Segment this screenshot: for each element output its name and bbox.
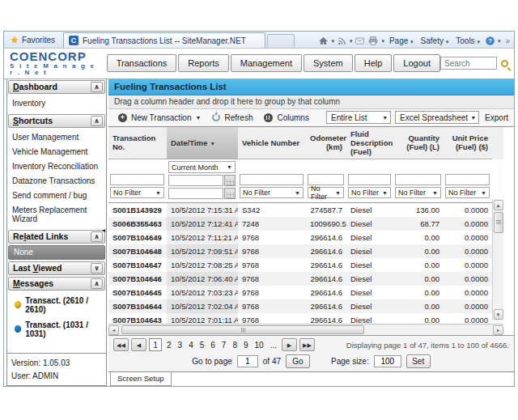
table-row[interactable]: S001B143929 10/5/2012 7:15:31 AM S342 27… <box>108 203 492 217</box>
page-size-input[interactable] <box>374 355 401 367</box>
table-row[interactable]: S007B104648 10/5/2012 7:09:51 AM 9768 29… <box>108 244 492 258</box>
filter-input-transaction-no[interactable] <box>110 174 164 185</box>
sidebar-header-messages[interactable]: Messages ∧ <box>8 277 105 291</box>
filter-input-vehicle-number[interactable] <box>240 174 304 185</box>
page-link[interactable]: 3 <box>176 340 185 350</box>
chevron-up-icon[interactable]: ∧ <box>91 278 103 289</box>
filter-input-unit-price[interactable] <box>445 174 490 185</box>
home-dropdown-icon[interactable]: ▾ <box>331 38 334 45</box>
tools-menu[interactable]: Tools ▾ <box>453 36 482 45</box>
page-link[interactable]: 8 <box>230 340 240 350</box>
print-icon[interactable] <box>367 36 379 46</box>
horizontal-scrollbar[interactable]: ◂ ▸ <box>108 324 503 335</box>
last-page-button[interactable]: ▶▶ <box>299 338 315 351</box>
message-item[interactable]: Transact. (2610 / 2610) <box>7 293 106 317</box>
page-link[interactable]: 5 <box>197 340 207 350</box>
column-header-date-time[interactable]: Date/Time▼ <box>167 127 238 159</box>
table-row[interactable]: S007B104643 10/5/2012 7:01:11 AM 9768 29… <box>108 313 492 324</box>
group-by-dropzone[interactable]: Drag a column header and drop it here to… <box>108 95 514 109</box>
next-page-button[interactable]: ▶ <box>282 338 297 351</box>
filter-select-unit-price[interactable]: No Filter▼ <box>445 187 490 198</box>
column-header-vehicle-number[interactable]: Vehicle Number <box>238 127 306 159</box>
sidebar-item-inventory[interactable]: Inventory <box>7 96 106 111</box>
set-button[interactable]: Set <box>406 354 431 368</box>
sidebar-shortcut-item[interactable]: Send comment / bug <box>7 189 106 203</box>
chevron-up-icon[interactable]: ∧ <box>91 231 103 242</box>
sidebar-header-dashboard[interactable]: Dashboard ∧ <box>8 80 105 94</box>
table-row[interactable]: S007B104644 10/5/2012 7:02:04 AM 9768 29… <box>108 299 492 313</box>
go-button[interactable]: Go <box>286 354 310 368</box>
menu-item[interactable]: System <box>304 54 353 72</box>
export-scope-select[interactable]: Entire List ▼ <box>326 111 391 124</box>
chevron-up-icon[interactable]: ∧ <box>91 116 103 126</box>
menu-item[interactable]: Reports <box>178 54 229 72</box>
date-preset-select[interactable]: Current Month▼ <box>168 161 236 173</box>
export-button[interactable]: Export <box>483 113 510 122</box>
table-row[interactable]: S006B355463 10/5/2012 7:12:41 AM 7248 10… <box>108 217 492 231</box>
related-links-none-item[interactable]: None <box>8 245 105 260</box>
horizontal-scroll-thumb[interactable] <box>121 325 364 334</box>
scroll-left-icon[interactable]: ◂ <box>108 325 119 335</box>
first-page-button[interactable]: ◀◀ <box>113 338 129 351</box>
goto-page-input[interactable] <box>237 355 258 367</box>
transaction-link[interactable]: S007B104644 <box>108 299 167 313</box>
transaction-link[interactable]: S007B104648 <box>108 244 167 258</box>
page-link[interactable]: ... <box>268 340 279 350</box>
menu-item[interactable]: Transactions <box>107 54 177 72</box>
chevron-up-icon[interactable]: ∧ <box>91 82 103 92</box>
toolbar-overflow-icon[interactable]: » <box>503 36 510 45</box>
scroll-right-icon[interactable]: ▸ <box>493 325 503 335</box>
transaction-link[interactable]: S007B104647 <box>108 258 167 272</box>
chevron-down-icon[interactable]: ∨ <box>91 263 103 274</box>
sidebar-collapse-icon[interactable]: ◂ <box>102 227 105 234</box>
read-mail-icon[interactable] <box>355 36 365 46</box>
browser-tab[interactable]: C Fueling Transactions List -- SiteManag… <box>63 32 265 48</box>
vertical-scrollbar[interactable]: ▲ ▼ <box>492 199 503 320</box>
filter-select-vehicle-number[interactable]: No Filter▼ <box>240 187 304 198</box>
column-header-unit-price[interactable]: Unit Price (Fuel) ($) <box>444 127 492 159</box>
page-link[interactable]: 2 <box>164 340 174 350</box>
sidebar-header-related-links[interactable]: Related Links ∧ <box>8 230 105 244</box>
calendar-icon[interactable] <box>224 175 236 186</box>
date-from-input[interactable] <box>168 175 223 186</box>
help-icon[interactable]: ? <box>485 36 495 46</box>
columns-button[interactable]: Columns <box>258 113 314 122</box>
sidebar-shortcut-item[interactable]: User Management <box>7 130 106 145</box>
filter-input-odometer[interactable] <box>308 174 344 185</box>
feed-dropdown-icon[interactable]: ▾ <box>350 38 353 45</box>
column-header-odometer[interactable]: Odometer (km) <box>306 127 346 159</box>
sidebar-header-last-viewed[interactable]: Last Viewed ∨ <box>8 261 105 275</box>
menu-item[interactable]: Logout <box>393 54 440 72</box>
table-row[interactable]: S007B104646 10/5/2012 7:06:40 AM 9768 29… <box>108 272 492 286</box>
page-menu[interactable]: Page ▾ <box>387 36 416 45</box>
feed-icon[interactable] <box>337 36 347 46</box>
table-row[interactable]: S007B104645 10/5/2012 7:03:23 AM 9768 29… <box>108 286 492 299</box>
filter-select-quantity[interactable]: No Filter▼ <box>395 187 441 198</box>
favorites-button[interactable]: ★ Favorites <box>4 35 63 48</box>
menu-item[interactable]: Management <box>231 54 302 72</box>
table-row[interactable]: S007B104649 10/5/2012 7:11:21 AM 9768 29… <box>108 231 492 244</box>
page-link[interactable]: 7 <box>219 340 229 350</box>
filter-select-odometer[interactable]: No Filter▼ <box>308 187 344 198</box>
refresh-button[interactable]: Refresh <box>206 113 258 122</box>
search-input[interactable] <box>440 57 497 70</box>
help-dropdown-icon[interactable]: ▾ <box>498 38 501 45</box>
page-link[interactable]: 6 <box>208 340 218 350</box>
transaction-link[interactable]: S001B143929 <box>108 203 167 217</box>
column-header-quantity[interactable]: Quantity (Fuel) (L) <box>393 127 444 159</box>
page-link[interactable]: 4 <box>186 340 196 350</box>
prev-page-button[interactable]: ◀ <box>131 338 146 351</box>
column-header-transaction-no[interactable]: Transaction No. <box>108 127 167 159</box>
table-row[interactable]: S007B104647 10/5/2012 7:08:25 AM 9768 29… <box>108 258 492 272</box>
filter-select-fluid[interactable]: No Filter▼ <box>348 187 391 198</box>
transaction-link[interactable]: S007B104646 <box>108 272 167 286</box>
tab-screen-setup[interactable]: Screen Setup <box>110 372 172 386</box>
search-icon[interactable] <box>501 60 508 67</box>
sidebar-shortcut-item[interactable]: Datazone Transactions <box>7 174 106 189</box>
filter-input-quantity[interactable] <box>395 174 441 185</box>
new-tab-button[interactable] <box>267 34 295 48</box>
home-icon[interactable] <box>318 36 329 46</box>
scroll-up-icon[interactable]: ▲ <box>494 200 503 210</box>
sidebar-shortcut-item[interactable]: Meters Replacement Wizard <box>7 203 106 227</box>
vertical-scroll-thumb[interactable] <box>494 212 503 233</box>
